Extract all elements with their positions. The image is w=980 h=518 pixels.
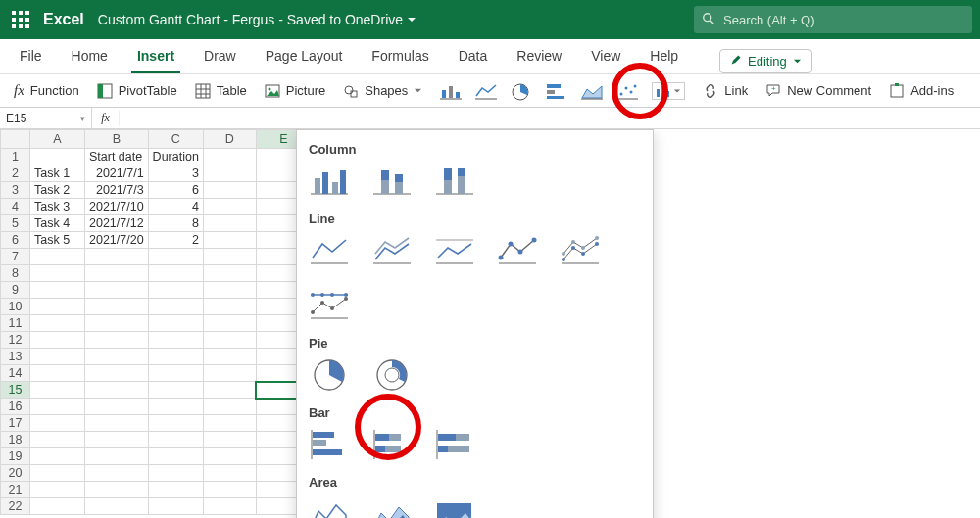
cell[interactable]: 8 — [148, 215, 203, 232]
stacked-column-icon[interactable] — [371, 165, 413, 198]
column-chart-icon[interactable] — [440, 82, 462, 100]
cell[interactable]: Task 4 — [30, 215, 85, 232]
cell[interactable] — [203, 215, 256, 232]
row-header[interactable]: 6 — [1, 232, 30, 249]
row-header[interactable]: 21 — [1, 482, 30, 498]
cell[interactable] — [30, 332, 85, 349]
100-stacked-column-icon[interactable] — [434, 165, 475, 198]
cell[interactable] — [148, 249, 203, 265]
cell[interactable] — [148, 315, 203, 332]
pivottable-button[interactable]: PivotTable — [97, 83, 177, 99]
cell[interactable] — [203, 249, 256, 265]
cell[interactable] — [148, 482, 203, 498]
cell[interactable] — [85, 365, 149, 382]
cell[interactable] — [148, 432, 203, 448]
cell[interactable] — [85, 415, 149, 432]
cell[interactable]: 4 — [148, 199, 203, 215]
cell[interactable] — [203, 498, 256, 515]
row-header[interactable]: 18 — [1, 432, 30, 448]
tab-review[interactable]: Review — [511, 40, 567, 73]
cell[interactable]: Task 3 — [30, 199, 85, 215]
cell[interactable] — [203, 232, 256, 249]
tab-insert[interactable]: Insert — [131, 40, 180, 73]
scatter-chart-icon[interactable] — [616, 82, 638, 100]
cell[interactable] — [203, 332, 256, 349]
100-stacked-line-icon[interactable] — [434, 234, 475, 267]
cell[interactable] — [85, 448, 149, 465]
cell[interactable] — [148, 465, 203, 482]
cell[interactable] — [85, 399, 149, 415]
cell[interactable]: 2021/7/20 — [85, 232, 149, 249]
cell[interactable] — [148, 265, 203, 282]
cell[interactable] — [85, 349, 149, 365]
100-stacked-line-markers-icon[interactable] — [309, 289, 350, 322]
cell[interactable] — [85, 315, 149, 332]
cell[interactable] — [30, 365, 85, 382]
pie-chart-icon[interactable] — [511, 82, 532, 100]
stacked-line-markers-icon[interactable] — [560, 234, 601, 267]
row-header[interactable]: 9 — [1, 282, 30, 299]
cell[interactable]: 2021/7/10 — [85, 199, 149, 215]
cell[interactable] — [148, 448, 203, 465]
cell[interactable]: Duration — [148, 149, 203, 165]
tab-help[interactable]: Help — [644, 40, 684, 73]
more-charts-dropdown[interactable] — [652, 82, 685, 100]
column-header[interactable]: B — [85, 130, 149, 149]
cell[interactable] — [203, 415, 256, 432]
row-header[interactable]: 1 — [1, 149, 30, 165]
cell[interactable] — [30, 432, 85, 448]
column-header[interactable]: D — [203, 130, 256, 149]
cell[interactable] — [85, 465, 149, 482]
shapes-button[interactable]: Shapes — [343, 83, 422, 99]
editing-mode-button[interactable]: Editing — [719, 49, 812, 73]
fx-icon[interactable]: fx — [92, 111, 120, 125]
area-chart-icon[interactable] — [581, 82, 603, 100]
row-header[interactable]: 13 — [1, 349, 30, 365]
100-stacked-bar-icon[interactable] — [434, 428, 475, 461]
tab-data[interactable]: Data — [453, 40, 494, 73]
cell[interactable] — [148, 349, 203, 365]
cell[interactable] — [30, 482, 85, 498]
column-header[interactable]: A — [30, 130, 85, 149]
cell[interactable] — [30, 448, 85, 465]
tab-view[interactable]: View — [585, 40, 626, 73]
cell[interactable] — [30, 498, 85, 515]
row-header[interactable]: 16 — [1, 399, 30, 415]
clustered-column-icon[interactable] — [309, 165, 350, 198]
cell[interactable] — [148, 282, 203, 299]
cell[interactable] — [85, 498, 149, 515]
cell[interactable] — [30, 415, 85, 432]
row-header[interactable]: 17 — [1, 415, 30, 432]
link-button[interactable]: Link — [703, 83, 748, 99]
cell[interactable] — [148, 498, 203, 515]
row-header[interactable]: 20 — [1, 465, 30, 482]
cell[interactable] — [85, 332, 149, 349]
cell[interactable]: 3 — [148, 165, 203, 182]
cell[interactable] — [30, 382, 85, 399]
function-button[interactable]: fxFunction — [14, 82, 79, 99]
row-header[interactable]: 10 — [1, 299, 30, 315]
cell[interactable]: 2021/7/3 — [85, 182, 149, 199]
cell[interactable]: 2021/7/1 — [85, 165, 149, 182]
cell[interactable] — [203, 315, 256, 332]
row-header[interactable]: 12 — [1, 332, 30, 349]
cell[interactable] — [30, 465, 85, 482]
line-markers-icon[interactable] — [497, 234, 538, 267]
column-header[interactable]: C — [148, 130, 203, 149]
stacked-area-icon[interactable] — [371, 497, 413, 518]
cell[interactable] — [203, 365, 256, 382]
tab-file[interactable]: File — [14, 40, 48, 73]
cell[interactable] — [203, 299, 256, 315]
clustered-bar-icon[interactable] — [309, 428, 350, 461]
row-header[interactable]: 4 — [1, 199, 30, 215]
cell[interactable] — [85, 249, 149, 265]
area-icon[interactable] — [309, 497, 350, 518]
cell[interactable]: 2021/7/12 — [85, 215, 149, 232]
row-header[interactable]: 22 — [1, 498, 30, 515]
cell[interactable] — [85, 382, 149, 399]
cell[interactable] — [148, 332, 203, 349]
line-icon[interactable] — [309, 234, 350, 267]
pie-icon[interactable] — [309, 358, 350, 392]
name-box[interactable]: E15▾ — [0, 108, 92, 128]
cell[interactable] — [203, 432, 256, 448]
